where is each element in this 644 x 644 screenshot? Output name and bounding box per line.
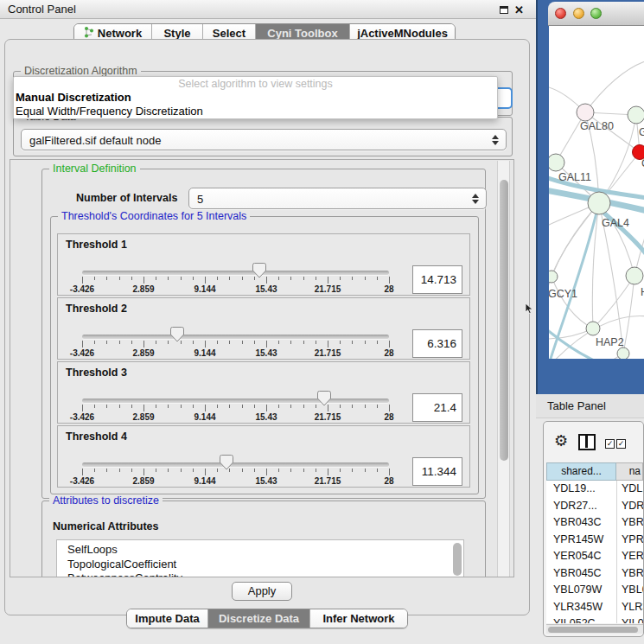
slider-track[interactable] bbox=[82, 399, 389, 403]
tick-mark bbox=[82, 469, 83, 475]
settings-scroll-viewport: Interval Definition Number of Intervals … bbox=[10, 159, 514, 577]
mouse-cursor-icon bbox=[525, 303, 534, 318]
tick-mark bbox=[290, 405, 291, 408]
tick-mark bbox=[181, 469, 182, 472]
tick-label: 9.144 bbox=[194, 284, 215, 294]
cell-shared-name: YBR045C bbox=[553, 565, 602, 583]
table-row[interactable]: YER054CYER0 bbox=[546, 548, 643, 565]
table-row[interactable]: YIL052CYIL0 bbox=[546, 615, 643, 623]
cell-shared-name: YBR043C bbox=[553, 514, 602, 532]
cell-name: YBR0 bbox=[622, 565, 643, 583]
tick-label: 21.715 bbox=[315, 348, 341, 358]
slider-thumb[interactable] bbox=[317, 391, 331, 406]
network-node[interactable] bbox=[549, 154, 564, 171]
network-edge[interactable] bbox=[552, 203, 599, 277]
tick-label: 28 bbox=[384, 476, 393, 486]
network-edge[interactable] bbox=[585, 61, 644, 112]
network-node[interactable] bbox=[628, 106, 644, 124]
table-row[interactable]: YBR043CYBR0 bbox=[546, 514, 643, 532]
tick-mark bbox=[106, 277, 107, 280]
tick-mark bbox=[316, 405, 316, 408]
minimize-icon[interactable] bbox=[573, 8, 584, 19]
tick-mark bbox=[303, 405, 304, 408]
column-header-name[interactable]: na bbox=[616, 462, 643, 481]
table-row[interactable]: YPR145WYPR1 bbox=[546, 532, 643, 549]
threshold-value-field[interactable]: 21.4 bbox=[412, 393, 462, 422]
tab-infer-network[interactable]: Infer Network bbox=[310, 609, 407, 628]
tick-mark bbox=[119, 341, 120, 344]
network-edge[interactable] bbox=[552, 277, 593, 328]
threshold-slider[interactable]: -3.4262.8599.14415.4321.71528 bbox=[58, 234, 469, 295]
tick-label: 21.715 bbox=[315, 284, 341, 294]
tick-label: -3.426 bbox=[70, 284, 94, 294]
tick-label: 9.144 bbox=[194, 412, 215, 422]
cell-shared-name: YLR345W bbox=[553, 599, 603, 616]
panel-vertical-scrollbar[interactable] bbox=[497, 161, 510, 577]
checkbox-checked-icon[interactable] bbox=[616, 439, 626, 449]
list-item[interactable]: TopologicalCoefficient bbox=[57, 558, 463, 572]
zoom-icon[interactable] bbox=[590, 8, 602, 19]
scrollbar-thumb[interactable] bbox=[500, 180, 508, 461]
tick-mark bbox=[254, 341, 255, 344]
split-columns-icon[interactable] bbox=[578, 434, 596, 450]
network-node[interactable] bbox=[617, 348, 629, 359]
table-row[interactable]: YLR345WYLR3 bbox=[546, 599, 643, 616]
close-icon[interactable]: ✕ bbox=[514, 3, 524, 16]
cyni-toolbox-panel: Discretization Algorithm Select algorith… bbox=[4, 39, 530, 615]
tick-mark bbox=[365, 405, 366, 408]
slider-thumb[interactable] bbox=[220, 455, 233, 470]
tick-mark bbox=[119, 277, 120, 280]
table-row[interactable]: YBR045CYBR0 bbox=[546, 565, 643, 583]
dropdown-option-equal-width[interactable]: Equal Width/Frequency Discretization bbox=[16, 105, 203, 118]
float-icon[interactable] bbox=[500, 6, 508, 14]
close-icon[interactable] bbox=[555, 8, 566, 19]
network-node[interactable] bbox=[588, 192, 610, 214]
table-data-combo[interactable]: galFiltered.sif default node bbox=[21, 129, 507, 150]
application-window: Control Panel ✕ NetworkStyleSelectCyni T… bbox=[0, 0, 644, 644]
number-of-intervals-combo[interactable]: 5 bbox=[188, 188, 487, 209]
tick-label: 28 bbox=[384, 412, 393, 422]
network-node[interactable] bbox=[586, 322, 600, 335]
threshold-value-field[interactable]: 6.316 bbox=[412, 329, 462, 358]
table-row[interactable]: YDR27...YDR2 bbox=[546, 498, 643, 515]
list-item[interactable]: SelfLoops bbox=[57, 543, 463, 558]
apply-button[interactable]: Apply bbox=[232, 582, 292, 601]
network-node[interactable] bbox=[626, 267, 643, 284]
threshold-slider[interactable]: -3.4262.8599.14415.4321.71528 bbox=[58, 362, 469, 423]
column-header-shared-name[interactable]: shared... bbox=[546, 462, 616, 481]
checkbox-checked-icon[interactable] bbox=[605, 439, 615, 449]
slider-track[interactable] bbox=[82, 271, 389, 275]
slider-thumb[interactable] bbox=[252, 263, 266, 278]
network-canvas[interactable]: GAL80GCGAL11GAL4GCY1HHAP2 bbox=[549, 26, 644, 359]
tick-mark bbox=[377, 277, 378, 280]
attributes-group-title: Attributes to discretize bbox=[49, 494, 163, 507]
tick-mark bbox=[168, 341, 169, 344]
table-panel-title: Table Panel bbox=[547, 399, 606, 412]
threshold-slider[interactable]: -3.4262.8599.14415.4321.71528 bbox=[58, 298, 469, 359]
table-row[interactable]: YDL19...YDL1 bbox=[546, 481, 643, 498]
number-of-intervals-label: Number of Intervals bbox=[76, 192, 177, 204]
network-node-label: H bbox=[641, 286, 644, 298]
threshold-value-field[interactable]: 11.344 bbox=[412, 457, 462, 486]
tick-mark bbox=[278, 405, 279, 408]
slider-track[interactable] bbox=[82, 335, 389, 339]
network-edge[interactable] bbox=[623, 276, 634, 354]
dropdown-option-manual[interactable]: Manual Discretization bbox=[16, 91, 131, 104]
threshold-slider[interactable]: -3.4262.8599.14415.4321.71528 bbox=[58, 426, 469, 487]
network-node-label: GAL4 bbox=[602, 217, 629, 229]
table-horizontal-scrollbar[interactable] bbox=[546, 624, 643, 634]
slider-track[interactable] bbox=[82, 462, 389, 467]
network-node[interactable] bbox=[577, 104, 594, 121]
gear-icon[interactable]: ⚙ bbox=[554, 431, 568, 450]
cell-name: YLR3 bbox=[622, 599, 643, 616]
tab-discretize-data[interactable]: Discretize Data bbox=[208, 609, 310, 628]
list-scrollbar[interactable] bbox=[453, 543, 462, 576]
threshold-value-field[interactable]: 14.713 bbox=[412, 265, 462, 294]
network-node[interactable] bbox=[549, 271, 558, 283]
slider-thumb[interactable] bbox=[170, 327, 184, 342]
table-row[interactable]: YBL079WYBL0 bbox=[546, 582, 643, 599]
scrollbar-thumb[interactable] bbox=[548, 627, 638, 633]
list-item[interactable]: BetweennessCentrality bbox=[57, 571, 463, 577]
numerical-attributes-list[interactable]: SelfLoopsTopologicalCoefficientBetweenne… bbox=[56, 539, 464, 577]
tab-impute-data[interactable]: Impute Data bbox=[127, 609, 208, 628]
